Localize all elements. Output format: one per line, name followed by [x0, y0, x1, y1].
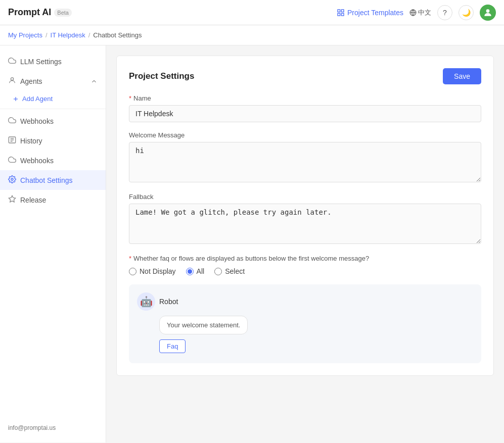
preview-box: 🤖 Robot Your welcome statement. Faq [129, 284, 481, 363]
breadcrumb-sep2: / [88, 31, 90, 39]
radio-group: Not Display All Select [129, 267, 481, 275]
history-icon [8, 136, 16, 145]
breadcrumb-sep1: / [45, 31, 48, 39]
sidebar-llm-label: LLM Settings [20, 58, 62, 66]
svg-point-14 [11, 178, 13, 180]
name-group: * Name [129, 94, 481, 122]
radio-all-input[interactable] [186, 268, 194, 275]
sidebar-webhooks2-label: Webhooks [20, 157, 54, 165]
webhook2-icon [8, 156, 16, 165]
project-templates-label: Project Templates [347, 9, 403, 17]
sidebar-item-webhooks2[interactable]: Webhooks [0, 151, 106, 170]
add-agent-button[interactable]: Add Agent [0, 91, 106, 107]
card-header: Project Settings Save [129, 68, 481, 84]
top-nav: Prompt AI Beta Project Templates 中文 ? 🌙 [0, 0, 504, 25]
radio-all[interactable]: All [186, 267, 205, 275]
cloud-icon [8, 57, 16, 66]
radio-not-display[interactable]: Not Display [129, 267, 176, 275]
breadcrumb-my-projects[interactable]: My Projects [8, 31, 42, 39]
project-templates-link[interactable]: Project Templates [337, 9, 403, 17]
fallback-input[interactable] [129, 204, 481, 244]
release-icon [8, 195, 16, 205]
svg-point-6 [486, 9, 490, 13]
radio-select-label: Select [225, 267, 245, 275]
faq-required: * [129, 255, 131, 262]
sidebar-item-history[interactable]: History [0, 131, 106, 151]
theme-toggle-button[interactable]: 🌙 [459, 5, 474, 20]
avatar-icon [483, 8, 493, 18]
sidebar-chatbot-label: Chatbot Settings [20, 176, 73, 184]
fallback-label: Fallback [129, 193, 481, 201]
save-button[interactable]: Save [443, 68, 481, 84]
top-nav-right: Project Templates 中文 ? 🌙 [337, 5, 496, 21]
sidebar-item-release[interactable]: Release [0, 190, 106, 210]
welcome-message-input[interactable] [129, 142, 481, 182]
breadcrumb: My Projects / IT Helpdesk / Chatbot Sett… [0, 25, 504, 45]
help-button[interactable]: ? [437, 5, 452, 20]
radio-not-display-label: Not Display [140, 267, 176, 275]
welcome-message-label: Welcome Message [129, 131, 481, 139]
svg-rect-0 [338, 10, 340, 12]
plus-icon [12, 95, 19, 103]
sidebar-divider1 [0, 109, 106, 109]
project-settings-card: Project Settings Save * Name Welcome Mes… [116, 56, 494, 376]
faq-display-group: * Whether faq or flows are displayed as … [129, 255, 481, 275]
sidebar-release-label: Release [20, 196, 46, 204]
welcome-message-group: Welcome Message [129, 131, 481, 184]
fallback-group: Fallback [129, 193, 481, 245]
sidebar-agents-label: Agents [20, 77, 42, 85]
sidebar: LLM Settings Agents Add Agent Webhooks [0, 45, 106, 442]
layout: LLM Settings Agents Add Agent Webhooks [0, 45, 504, 442]
settings-icon [8, 175, 16, 185]
breadcrumb-it-helpdesk[interactable]: IT Helpdesk [51, 31, 85, 39]
radio-not-display-input[interactable] [129, 268, 136, 275]
svg-point-7 [11, 78, 13, 80]
welcome-bubble: Your welcome statement. [159, 316, 248, 334]
agents-left: Agents [8, 76, 42, 86]
breadcrumb-current: Chatbot Settings [93, 31, 142, 39]
name-label: * Name [129, 94, 481, 102]
sidebar-item-agents[interactable]: Agents [0, 71, 106, 91]
user-avatar[interactable] [480, 5, 496, 21]
robot-avatar: 🤖 [137, 292, 155, 311]
add-agent-label: Add Agent [22, 95, 53, 103]
radio-select-input[interactable] [214, 268, 222, 275]
beta-badge: Beta [54, 9, 72, 17]
name-input[interactable] [129, 105, 481, 122]
svg-rect-1 [341, 10, 344, 12]
robot-name: Robot [159, 298, 178, 306]
language-button[interactable]: 中文 [409, 8, 431, 17]
radio-all-label: All [197, 267, 205, 275]
main-content: Project Settings Save * Name Welcome Mes… [106, 45, 504, 442]
card-title: Project Settings [129, 71, 194, 81]
sidebar-item-chatbot-settings[interactable]: Chatbot Settings [0, 170, 106, 190]
sidebar-email: info@promptai.us [0, 419, 106, 436]
name-required: * [129, 94, 131, 102]
sidebar-item-llm-settings[interactable]: LLM Settings [0, 52, 106, 71]
sidebar-webhooks1-label: Webhooks [20, 117, 54, 125]
app-title: Prompt AI [8, 7, 51, 18]
svg-rect-3 [341, 13, 344, 16]
sidebar-history-label: History [20, 137, 42, 145]
svg-marker-15 [9, 195, 15, 202]
webhook1-icon [8, 116, 16, 126]
sidebar-item-webhooks1[interactable]: Webhooks [0, 111, 106, 131]
chart-icon [337, 9, 345, 17]
faq-preview-button[interactable]: Faq [159, 339, 186, 353]
top-nav-left: Prompt AI Beta [8, 7, 72, 18]
chevron-up-icon [90, 78, 98, 85]
language-label: 中文 [418, 8, 431, 17]
radio-select[interactable]: Select [214, 267, 245, 275]
svg-rect-2 [338, 13, 340, 16]
agent-icon [8, 76, 16, 86]
translate-icon [409, 9, 417, 16]
robot-header: 🤖 Robot [137, 292, 473, 311]
faq-question: * Whether faq or flows are displayed as … [129, 255, 481, 262]
